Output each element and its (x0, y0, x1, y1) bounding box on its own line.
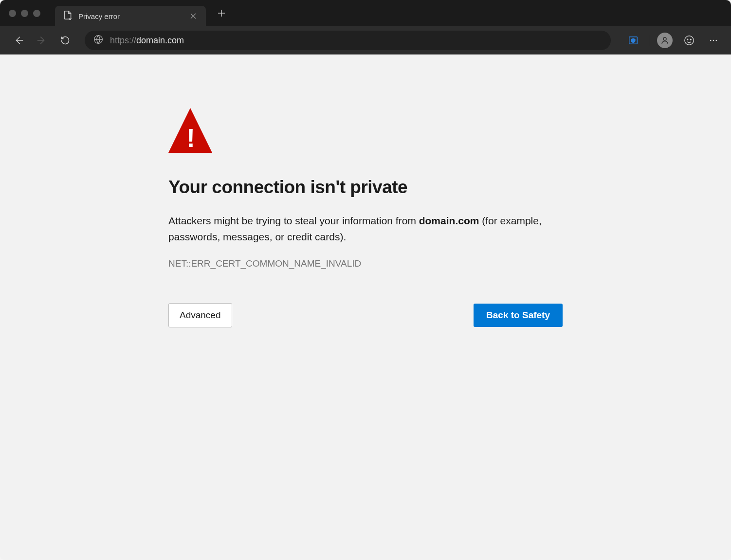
globe-icon (93, 35, 103, 46)
toolbar: https://domain.com (0, 26, 731, 54)
tracking-prevention-icon[interactable] (624, 32, 642, 49)
new-tab-button[interactable] (214, 5, 229, 21)
error-heading: Your connection isn't private (168, 177, 563, 198)
window-controls (9, 10, 40, 17)
url-domain: domain.com (136, 36, 184, 46)
url-protocol: https:// (110, 36, 136, 46)
refresh-button[interactable] (55, 31, 75, 50)
svg-point-12 (685, 36, 694, 45)
svg-point-11 (663, 37, 666, 40)
page-error-icon (63, 10, 73, 22)
title-bar: Privacy error (0, 0, 731, 26)
feedback-icon[interactable] (680, 32, 698, 49)
browser-window: Privacy error (0, 0, 731, 560)
tab-title: Privacy error (78, 12, 183, 20)
error-description: Attackers might be trying to steal your … (168, 213, 563, 245)
address-bar[interactable]: https://domain.com (85, 31, 611, 50)
svg-point-13 (687, 39, 688, 40)
content-area: Your connection isn't private Attackers … (0, 54, 731, 560)
minimize-window-button[interactable] (21, 10, 28, 17)
close-tab-button[interactable] (188, 11, 198, 21)
error-code: NET::ERR_CERT_COMMON_NAME_INVALID (168, 258, 563, 269)
maximize-window-button[interactable] (33, 10, 40, 17)
forward-button[interactable] (32, 31, 52, 50)
url-text: https://domain.com (110, 36, 184, 46)
warning-triangle-icon (168, 108, 212, 153)
svg-point-16 (713, 40, 714, 41)
button-row: Advanced Back to Safety (168, 303, 563, 327)
profile-button[interactable] (656, 32, 674, 49)
toolbar-divider (649, 35, 649, 46)
toolbar-right (621, 32, 722, 49)
svg-point-15 (710, 40, 712, 41)
close-window-button[interactable] (9, 10, 16, 17)
error-desc-prefix: Attackers might be trying to steal your … (168, 215, 419, 226)
advanced-button[interactable]: Advanced (168, 303, 232, 327)
back-button[interactable] (9, 31, 28, 50)
back-to-safety-button[interactable]: Back to Safety (474, 304, 563, 327)
svg-point-17 (716, 40, 717, 41)
svg-point-14 (690, 39, 691, 40)
error-container: Your connection isn't private Attackers … (168, 108, 563, 560)
settings-menu-button[interactable] (705, 32, 722, 49)
browser-tab[interactable]: Privacy error (55, 6, 206, 26)
error-desc-domain: domain.com (419, 215, 479, 226)
